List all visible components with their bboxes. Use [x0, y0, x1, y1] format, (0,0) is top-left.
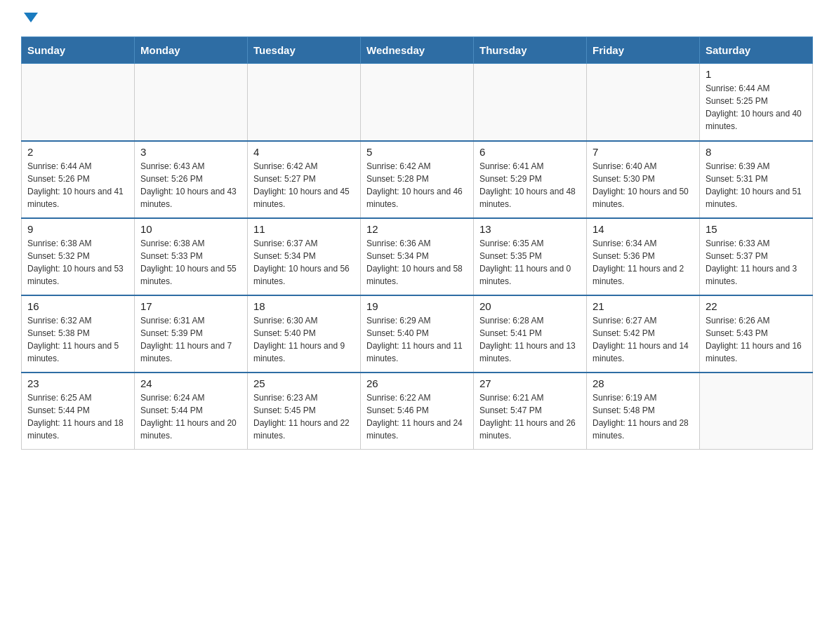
calendar-cell: 28Sunrise: 6:19 AM Sunset: 5:48 PM Dayli… — [587, 373, 700, 450]
calendar-week-row: 23Sunrise: 6:25 AM Sunset: 5:44 PM Dayli… — [22, 373, 813, 450]
calendar-cell: 24Sunrise: 6:24 AM Sunset: 5:44 PM Dayli… — [135, 373, 248, 450]
day-info: Sunrise: 6:31 AM Sunset: 5:39 PM Dayligh… — [140, 314, 241, 365]
calendar-cell: 23Sunrise: 6:25 AM Sunset: 5:44 PM Dayli… — [22, 373, 135, 450]
day-number: 6 — [479, 146, 581, 158]
day-info: Sunrise: 6:34 AM Sunset: 5:36 PM Dayligh… — [593, 237, 694, 288]
calendar-cell — [135, 64, 248, 141]
day-info: Sunrise: 6:32 AM Sunset: 5:38 PM Dayligh… — [27, 314, 128, 365]
calendar-cell — [474, 64, 587, 141]
calendar-cell: 18Sunrise: 6:30 AM Sunset: 5:40 PM Dayli… — [248, 295, 361, 373]
day-info: Sunrise: 6:40 AM Sunset: 5:30 PM Dayligh… — [593, 160, 694, 210]
day-info: Sunrise: 6:38 AM Sunset: 5:33 PM Dayligh… — [140, 237, 241, 288]
day-number: 5 — [366, 146, 468, 158]
weekday-header-row: SundayMondayTuesdayWednesdayThursdayFrid… — [22, 37, 813, 64]
day-info: Sunrise: 6:21 AM Sunset: 5:47 PM Dayligh… — [479, 391, 581, 442]
calendar-cell: 8Sunrise: 6:39 AM Sunset: 5:31 PM Daylig… — [700, 141, 813, 218]
calendar-cell: 6Sunrise: 6:41 AM Sunset: 5:29 PM Daylig… — [474, 141, 587, 218]
calendar-week-row: 16Sunrise: 6:32 AM Sunset: 5:38 PM Dayli… — [22, 295, 813, 373]
calendar-cell: 9Sunrise: 6:38 AM Sunset: 5:32 PM Daylig… — [22, 218, 135, 295]
calendar-cell: 20Sunrise: 6:28 AM Sunset: 5:41 PM Dayli… — [474, 295, 587, 373]
page-header — [21, 14, 813, 24]
day-number: 15 — [706, 223, 807, 235]
day-number: 21 — [593, 300, 694, 312]
day-number: 16 — [27, 300, 128, 312]
day-info: Sunrise: 6:41 AM Sunset: 5:29 PM Dayligh… — [479, 160, 581, 210]
day-number: 3 — [140, 146, 241, 158]
calendar-week-row: 9Sunrise: 6:38 AM Sunset: 5:32 PM Daylig… — [22, 218, 813, 295]
calendar-cell: 26Sunrise: 6:22 AM Sunset: 5:46 PM Dayli… — [361, 373, 474, 450]
day-info: Sunrise: 6:23 AM Sunset: 5:45 PM Dayligh… — [253, 391, 355, 442]
weekday-header-sunday: Sunday — [22, 37, 135, 64]
calendar-cell: 22Sunrise: 6:26 AM Sunset: 5:43 PM Dayli… — [700, 295, 813, 373]
day-info: Sunrise: 6:44 AM Sunset: 5:25 PM Dayligh… — [706, 82, 807, 133]
calendar-week-row: 2Sunrise: 6:44 AM Sunset: 5:26 PM Daylig… — [22, 141, 813, 218]
day-number: 19 — [366, 300, 468, 312]
day-number: 2 — [27, 146, 128, 158]
calendar-cell: 3Sunrise: 6:43 AM Sunset: 5:26 PM Daylig… — [135, 141, 248, 218]
calendar-cell: 21Sunrise: 6:27 AM Sunset: 5:42 PM Dayli… — [587, 295, 700, 373]
day-info: Sunrise: 6:36 AM Sunset: 5:34 PM Dayligh… — [366, 237, 468, 288]
day-number: 22 — [706, 300, 807, 312]
day-info: Sunrise: 6:26 AM Sunset: 5:43 PM Dayligh… — [706, 314, 807, 365]
day-info: Sunrise: 6:25 AM Sunset: 5:44 PM Dayligh… — [27, 391, 128, 442]
day-number: 24 — [140, 377, 241, 389]
day-info: Sunrise: 6:29 AM Sunset: 5:40 PM Dayligh… — [366, 314, 468, 365]
calendar-cell: 10Sunrise: 6:38 AM Sunset: 5:33 PM Dayli… — [135, 218, 248, 295]
day-number: 14 — [593, 223, 694, 235]
calendar-cell: 2Sunrise: 6:44 AM Sunset: 5:26 PM Daylig… — [22, 141, 135, 218]
day-info: Sunrise: 6:27 AM Sunset: 5:42 PM Dayligh… — [593, 314, 694, 365]
calendar-cell — [22, 64, 135, 141]
calendar-cell: 4Sunrise: 6:42 AM Sunset: 5:27 PM Daylig… — [248, 141, 361, 218]
calendar-cell: 15Sunrise: 6:33 AM Sunset: 5:37 PM Dayli… — [700, 218, 813, 295]
weekday-header-monday: Monday — [135, 37, 248, 64]
day-number: 27 — [479, 377, 581, 389]
weekday-header-tuesday: Tuesday — [248, 37, 361, 64]
day-number: 13 — [479, 223, 581, 235]
calendar-cell — [587, 64, 700, 141]
calendar-cell: 5Sunrise: 6:42 AM Sunset: 5:28 PM Daylig… — [361, 141, 474, 218]
day-number: 4 — [253, 146, 355, 158]
day-info: Sunrise: 6:19 AM Sunset: 5:48 PM Dayligh… — [593, 391, 694, 442]
calendar-week-row: 1Sunrise: 6:44 AM Sunset: 5:25 PM Daylig… — [22, 64, 813, 141]
calendar-cell — [248, 64, 361, 141]
day-number: 20 — [479, 300, 581, 312]
day-number: 18 — [253, 300, 355, 312]
calendar-table: SundayMondayTuesdayWednesdayThursdayFrid… — [21, 36, 813, 450]
day-number: 1 — [706, 68, 807, 80]
day-number: 12 — [366, 223, 468, 235]
calendar-cell: 11Sunrise: 6:37 AM Sunset: 5:34 PM Dayli… — [248, 218, 361, 295]
calendar-cell: 13Sunrise: 6:35 AM Sunset: 5:35 PM Dayli… — [474, 218, 587, 295]
day-info: Sunrise: 6:30 AM Sunset: 5:40 PM Dayligh… — [253, 314, 355, 365]
day-info: Sunrise: 6:35 AM Sunset: 5:35 PM Dayligh… — [479, 237, 581, 288]
logo — [21, 14, 38, 24]
calendar-cell: 17Sunrise: 6:31 AM Sunset: 5:39 PM Dayli… — [135, 295, 248, 373]
weekday-header-wednesday: Wednesday — [361, 37, 474, 64]
calendar-cell: 1Sunrise: 6:44 AM Sunset: 5:25 PM Daylig… — [700, 64, 813, 141]
day-info: Sunrise: 6:28 AM Sunset: 5:41 PM Dayligh… — [479, 314, 581, 365]
day-number: 17 — [140, 300, 241, 312]
day-number: 23 — [27, 377, 128, 389]
day-info: Sunrise: 6:38 AM Sunset: 5:32 PM Dayligh… — [27, 237, 128, 288]
calendar-cell: 7Sunrise: 6:40 AM Sunset: 5:30 PM Daylig… — [587, 141, 700, 218]
weekday-header-saturday: Saturday — [700, 37, 813, 64]
day-info: Sunrise: 6:37 AM Sunset: 5:34 PM Dayligh… — [253, 237, 355, 288]
day-info: Sunrise: 6:42 AM Sunset: 5:27 PM Dayligh… — [253, 160, 355, 210]
calendar-cell — [361, 64, 474, 141]
day-number: 7 — [593, 146, 694, 158]
calendar-cell: 16Sunrise: 6:32 AM Sunset: 5:38 PM Dayli… — [22, 295, 135, 373]
day-number: 9 — [27, 223, 128, 235]
calendar-cell: 14Sunrise: 6:34 AM Sunset: 5:36 PM Dayli… — [587, 218, 700, 295]
day-number: 25 — [253, 377, 355, 389]
day-number: 28 — [593, 377, 694, 389]
day-info: Sunrise: 6:44 AM Sunset: 5:26 PM Dayligh… — [27, 160, 128, 210]
day-info: Sunrise: 6:24 AM Sunset: 5:44 PM Dayligh… — [140, 391, 241, 442]
weekday-header-thursday: Thursday — [474, 37, 587, 64]
day-info: Sunrise: 6:43 AM Sunset: 5:26 PM Dayligh… — [140, 160, 241, 210]
day-info: Sunrise: 6:39 AM Sunset: 5:31 PM Dayligh… — [706, 160, 807, 210]
calendar-cell: 27Sunrise: 6:21 AM Sunset: 5:47 PM Dayli… — [474, 373, 587, 450]
day-number: 11 — [253, 223, 355, 235]
day-info: Sunrise: 6:22 AM Sunset: 5:46 PM Dayligh… — [366, 391, 468, 442]
day-number: 26 — [366, 377, 468, 389]
calendar-cell — [700, 373, 813, 450]
weekday-header-friday: Friday — [587, 37, 700, 64]
